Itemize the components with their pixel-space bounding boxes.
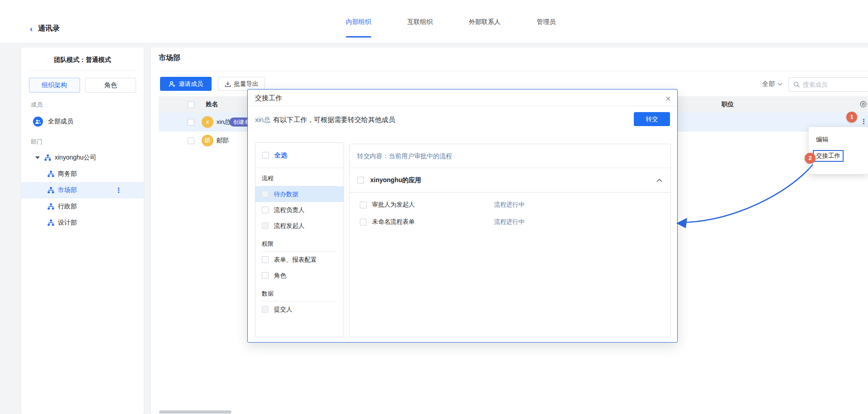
chevron-up-icon[interactable]	[656, 179, 662, 182]
row-kebab-icon[interactable]: ⋮	[860, 118, 867, 126]
tree-node-label: 市场部	[58, 186, 77, 194]
row-checkbox[interactable]	[188, 137, 194, 144]
select-all-checkbox[interactable]	[262, 152, 269, 159]
search-input[interactable]	[803, 81, 862, 88]
process-list: 审批人为发起人 流程进行中 未命名流程表单 流程进行中	[350, 193, 670, 231]
subtitle-text: 有以下工作，可根据需要转交给其他成员	[273, 116, 395, 123]
sidebar-item-all-members[interactable]: 全部成员	[21, 113, 144, 130]
top-bar: ‹ 通讯录 内部组织 互联组织 外部联系人 管理员 ? x	[0, 0, 868, 43]
app-group-row[interactable]: xinyonghu的应用	[350, 168, 670, 193]
tree-node-market-dept[interactable]: 市场部 ⋮	[21, 182, 144, 198]
subtitle-user: xin总	[255, 116, 270, 123]
tab-external-contacts[interactable]: 外部联系人	[469, 0, 500, 43]
download-icon	[225, 81, 231, 87]
tree-node-company[interactable]: xinyonghu公司	[21, 150, 144, 166]
checkbox[interactable]	[262, 207, 269, 213]
invite-member-button[interactable]: 邀请成员	[160, 77, 212, 91]
tree-node-business-dept[interactable]: 商务部	[21, 166, 144, 182]
department-section-label: 部门	[21, 130, 144, 146]
app-group-title: xinyonghu的应用	[370, 176, 421, 184]
process-row[interactable]: 未命名流程表单 流程进行中	[350, 213, 670, 231]
checkbox[interactable]	[262, 272, 269, 279]
department-title: 市场部	[159, 53, 180, 63]
select-all-checkbox[interactable]	[188, 101, 194, 108]
team-icon	[33, 117, 43, 127]
search-icon	[793, 81, 800, 88]
tree-node-admin-dept[interactable]: 行政部	[21, 198, 144, 215]
item-process-owner[interactable]: 流程负责人	[255, 202, 344, 218]
department-tree: xinyonghu公司 商务部 市场部 ⋮ 行政部 设计部	[21, 150, 144, 231]
org-icon	[44, 155, 51, 161]
member-name: xin总	[217, 118, 231, 126]
org-icon	[47, 220, 54, 226]
member-avatar: x	[202, 116, 213, 128]
row-checkbox[interactable]	[188, 119, 194, 126]
item-label: 流程发起人	[274, 222, 305, 230]
highlight-outline: 交接工作	[813, 150, 844, 162]
member-avatar: 邮	[202, 135, 213, 146]
tab-roles[interactable]: 角色	[85, 78, 137, 93]
person-icon	[169, 81, 175, 87]
tree-node-label: xinyonghu公司	[55, 154, 96, 162]
checkbox[interactable]	[262, 191, 269, 198]
item-process-initiator[interactable]: 流程发起人	[255, 218, 344, 234]
checkbox[interactable]	[262, 256, 269, 263]
process-status: 流程进行中	[494, 218, 525, 226]
back-button[interactable]: ‹ 通讯录	[30, 24, 60, 33]
checkbox[interactable]	[360, 202, 367, 208]
tree-node-design-dept[interactable]: 设计部	[21, 215, 144, 231]
tab-connected-org[interactable]: 互联组织	[407, 0, 433, 43]
chevron-down-icon	[778, 83, 783, 86]
drag-handle[interactable]	[166, 119, 170, 125]
modal-subtitle: xin总有以下工作，可根据需要转交给其他成员	[255, 116, 395, 124]
team-mode-title: 团队模式：普通模式	[21, 47, 144, 64]
caret-down-icon[interactable]	[35, 156, 40, 159]
checkbox[interactable]	[262, 222, 269, 229]
checkbox[interactable]	[360, 219, 367, 226]
select-all-row[interactable]: 全选	[255, 143, 344, 168]
back-icon: ‹	[30, 24, 33, 33]
member-search[interactable]	[788, 77, 868, 92]
menu-item-handover[interactable]: 交接工作	[809, 148, 868, 164]
item-label: 待办数据	[274, 190, 298, 198]
process-name: 审批人为发起人	[372, 201, 415, 209]
step-badge-1: 1	[846, 112, 857, 122]
item-form-report-config[interactable]: 表单、报表配置	[255, 252, 344, 268]
tab-internal-org[interactable]: 内部组织	[346, 0, 371, 43]
item-label: 提交人	[274, 306, 292, 314]
invite-member-label: 邀请成员	[179, 80, 203, 88]
select-all-label: 全选	[274, 151, 287, 160]
kebab-menu-icon[interactable]: ⋮	[115, 186, 122, 194]
item-todo-data[interactable]: 待办数据	[255, 186, 344, 202]
filter-dropdown[interactable]: 全部	[762, 80, 783, 88]
group-checkbox[interactable]	[357, 177, 364, 183]
menu-item-edit[interactable]: 编辑	[809, 132, 868, 148]
org-icon	[47, 171, 54, 177]
filter-label: 全部	[762, 80, 775, 88]
divider	[159, 71, 868, 71]
item-label: 表单、报表配置	[274, 256, 317, 264]
tab-org-structure[interactable]: 组织架构	[29, 78, 80, 93]
transfer-button[interactable]: 转交	[634, 112, 670, 126]
tab-admins[interactable]: 管理员	[537, 0, 556, 43]
member-name: 邮部	[217, 136, 229, 145]
handover-type-panel: 全选 流程 待办数据 流程负责人 流程发起人 权限 表单、报表配置 角色 数据	[255, 142, 344, 337]
column-header-position: 职位	[722, 100, 734, 108]
section-label-data: 数据	[262, 290, 337, 298]
checkbox[interactable]	[262, 306, 269, 313]
process-row[interactable]: 审批人为发起人 流程进行中	[350, 196, 670, 213]
sidebar: 团队模式：普通模式 组织架构 角色 成员 全部成员 部门 xinyonghu公司…	[21, 47, 144, 414]
item-role[interactable]: 角色	[255, 268, 344, 283]
tree-node-label: 行政部	[58, 202, 77, 211]
close-icon[interactable]: ×	[665, 92, 671, 105]
settings-icon[interactable]	[859, 100, 867, 108]
org-icon	[47, 203, 54, 210]
handover-content-panel: 转交内容：当前用户审批中的流程 xinyonghu的应用 审批人为发起人 流程进…	[349, 144, 671, 337]
item-submitter[interactable]: 提交人	[255, 301, 344, 317]
item-label: 角色	[274, 272, 286, 280]
tree-node-label: 设计部	[58, 219, 77, 227]
sidebar-view-tabs: 组织架构 角色	[21, 71, 144, 93]
process-status: 流程进行中	[494, 201, 525, 209]
process-name: 未命名流程表单	[372, 218, 415, 226]
horizontal-scrollbar[interactable]	[159, 410, 231, 414]
